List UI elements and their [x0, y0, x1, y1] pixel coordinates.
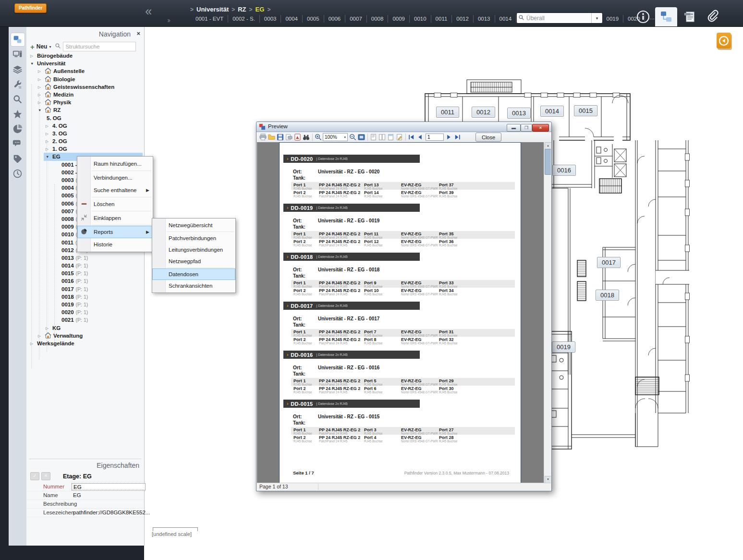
- star-favorites-icon[interactable]: [11, 108, 24, 121]
- history-clock-icon[interactable]: [11, 167, 24, 180]
- history-back-icon[interactable]: ‹‹: [145, 4, 150, 19]
- layers-icon[interactable]: [11, 63, 24, 76]
- room-label-0019[interactable]: 0019: [552, 341, 575, 353]
- room-label-0013[interactable]: 0013: [507, 108, 531, 119]
- layout-edit-icon[interactable]: [395, 133, 403, 141]
- tree-item-kg[interactable]: ▷KG: [26, 324, 144, 332]
- room-label-0018[interactable]: 0018: [596, 290, 619, 301]
- menu-item-netzwegpfad[interactable]: Netzwegpfad: [152, 256, 235, 267]
- tree-item-5-og[interactable]: 5. OG: [26, 114, 144, 122]
- comments-icon[interactable]: [11, 137, 24, 150]
- tree-item-0020[interactable]: 0020(P: 1): [26, 308, 144, 316]
- tree-item-1-og[interactable]: ▷1. OG: [26, 145, 144, 153]
- tree-item-0015[interactable]: 0015(P: 1): [26, 269, 144, 277]
- menu-item-schrankansichten[interactable]: Schrankansichten: [152, 280, 235, 292]
- tree-item-physik[interactable]: ▷Physik: [26, 98, 144, 106]
- workstation-icon[interactable]: [11, 48, 24, 61]
- preview-scrollbar[interactable]: ▲ ▼: [544, 142, 551, 483]
- layout-single-icon[interactable]: [369, 133, 378, 141]
- menu-item-patchverbindungen[interactable]: Patchverbindungen: [152, 232, 235, 244]
- preview-close-button[interactable]: Close: [475, 133, 501, 142]
- tree-item-0019[interactable]: 0019(P: 1): [26, 301, 144, 308]
- zoom-out-icon[interactable]: [349, 133, 357, 141]
- tree-item-verwaltung[interactable]: ▷Verwaltung: [26, 332, 144, 340]
- save-icon[interactable]: [276, 133, 284, 141]
- menu-item-datendosen[interactable]: Datendosen: [152, 268, 235, 280]
- close-icon[interactable]: ×: [532, 124, 549, 132]
- tree-item-0013[interactable]: 0013(P: 1): [26, 254, 144, 262]
- room-label-0014[interactable]: 0014: [540, 106, 564, 117]
- pdf-export-icon[interactable]: [293, 133, 302, 141]
- last-page-icon[interactable]: [453, 133, 462, 141]
- menu-item-reports[interactable]: Reports▶: [77, 226, 153, 238]
- tree-item-0014[interactable]: 0014(P: 1): [26, 262, 144, 269]
- scroll-down-icon[interactable]: ▼: [545, 476, 551, 483]
- find-icon[interactable]: [302, 133, 310, 141]
- preview-titlebar[interactable]: Preview ▬ ❐ ×: [256, 122, 551, 132]
- floor-tab-0013[interactable]: 0013: [473, 15, 495, 23]
- tag-icon[interactable]: [11, 152, 24, 165]
- restore-icon[interactable]: ❐: [521, 124, 532, 132]
- floor-tab-0003[interactable]: 0003: [259, 15, 281, 23]
- tree-item-4-og[interactable]: ▷4. OG: [26, 122, 144, 130]
- floor-tab-0019[interactable]: 0019: [601, 15, 623, 23]
- tree-item-außenstelle[interactable]: ▷Außenstelle: [26, 67, 144, 75]
- floor-tab-0001-evt[interactable]: 0001 - EVT: [191, 15, 228, 23]
- room-label-0017[interactable]: 0017: [597, 257, 621, 268]
- menu-item-löschen[interactable]: Löschen: [77, 198, 153, 210]
- page-setup-icon[interactable]: [285, 133, 293, 141]
- zoom-level-select[interactable]: 100%▾: [323, 133, 348, 141]
- floor-tab-0011[interactable]: 0011: [431, 15, 452, 23]
- whole-page-icon[interactable]: [357, 133, 365, 141]
- property-value-input[interactable]: [72, 483, 146, 490]
- floor-tab-0005[interactable]: 0005: [302, 15, 324, 23]
- tree-item-0016[interactable]: 0016(P: 1): [26, 277, 144, 285]
- page-number-input[interactable]: [426, 134, 444, 141]
- cancel-icon[interactable]: ×: [41, 472, 50, 480]
- next-page-icon[interactable]: [445, 133, 453, 141]
- info-icon[interactable]: [635, 9, 651, 25]
- room-label-0012[interactable]: 0012: [472, 107, 495, 118]
- tree-item-0021[interactable]: 0021(P: 1): [26, 316, 144, 324]
- menu-item-einklappen[interactable]: Einklappen: [77, 212, 153, 224]
- structure-search-input[interactable]: [63, 42, 136, 51]
- tree-item-universität[interactable]: ▼Universität: [26, 60, 144, 67]
- tree-item-2-og[interactable]: ▷2. OG: [26, 137, 144, 145]
- print-icon[interactable]: [259, 133, 267, 141]
- floor-tab-0004[interactable]: 0004: [280, 15, 302, 23]
- floor-tab-0010[interactable]: 0010: [409, 15, 431, 23]
- report-view-icon[interactable]: [681, 9, 697, 25]
- floor-tab-0007[interactable]: 0007: [345, 15, 366, 23]
- menu-item-historie[interactable]: Historie: [77, 238, 153, 251]
- floor-tab-0012[interactable]: 0012: [451, 15, 473, 23]
- close-icon[interactable]: ×: [136, 30, 140, 37]
- tree-item-werksgelände[interactable]: ▷Werksgelände: [26, 340, 144, 347]
- tree-item-0017[interactable]: 0017(P: 1): [26, 285, 144, 293]
- search-icon[interactable]: [11, 93, 24, 106]
- menu-item-suche-enthaltene[interactable]: Suche enthaltene▶: [77, 184, 153, 196]
- tree-item-rz[interactable]: ▼RZ: [26, 106, 144, 114]
- first-page-icon[interactable]: [407, 133, 415, 141]
- open-icon[interactable]: [268, 133, 276, 141]
- tab-overflow-left-icon[interactable]: ››: [167, 16, 169, 24]
- floor-tab-0002-s[interactable]: 0002 - S.: [228, 15, 259, 23]
- attachment-icon[interactable]: [704, 8, 720, 24]
- tree-item-geisteswissenschaften[interactable]: ▷Geisteswissenschaften: [26, 83, 144, 91]
- tree-item-bürogebäude[interactable]: ▷Bürogebäude: [26, 52, 144, 60]
- back-navigation-button[interactable]: [717, 33, 731, 49]
- room-label-0015[interactable]: 0015: [574, 105, 597, 116]
- scroll-up-icon[interactable]: ▲: [545, 142, 551, 149]
- floor-tab-0008[interactable]: 0008: [366, 15, 388, 23]
- menu-item-leitungsverbindungen[interactable]: Leitungsverbindungen: [152, 244, 235, 256]
- room-label-0011[interactable]: 0011: [436, 107, 459, 118]
- prev-page-icon[interactable]: [416, 133, 424, 141]
- floor-tab-0006[interactable]: 0006: [324, 15, 345, 23]
- structure-tree-icon[interactable]: [11, 33, 24, 46]
- tree-item-0018[interactable]: 0018(P: 1): [26, 293, 144, 301]
- new-button[interactable]: Neu: [37, 43, 48, 50]
- tree-item-biologie[interactable]: ▷Biologie: [26, 75, 144, 83]
- floor-tab-0014[interactable]: 0014: [495, 15, 516, 23]
- breadcrumb-item-universität[interactable]: Universität: [196, 6, 229, 13]
- new-dropdown-caret[interactable]: ▾: [49, 45, 51, 49]
- breadcrumb-item-eg[interactable]: EG: [256, 6, 265, 13]
